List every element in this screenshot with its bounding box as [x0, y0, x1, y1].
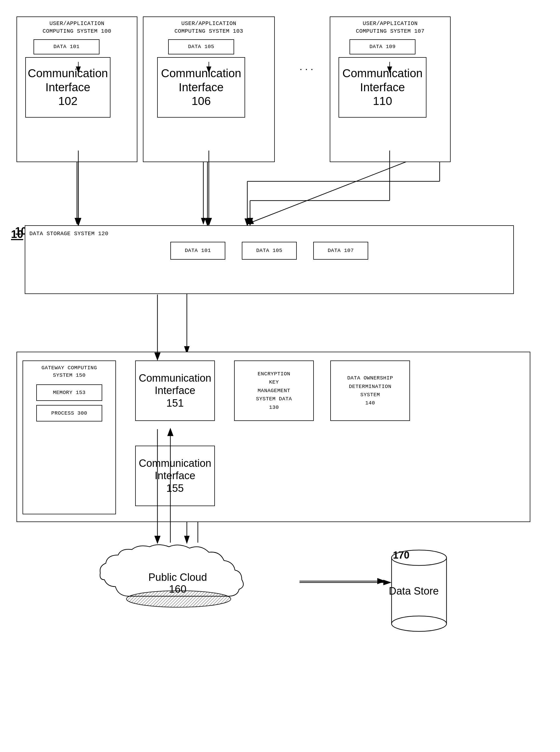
comm-interface-106-box: CommunicationInterface106 — [157, 57, 245, 118]
data-107-storage-box: DATA 107 — [313, 242, 368, 260]
diagram-num-10: 10 — [11, 228, 23, 240]
data-109-label: DATA 109 — [369, 43, 395, 50]
data-store-number: 170 — [393, 549, 409, 561]
comm-interface-155-box: CommunicationInterface155 — [135, 446, 215, 506]
process-300-label: PROCESS 300 — [52, 410, 87, 417]
data-storage-label: DATA STORAGE SYSTEM 120 — [29, 230, 509, 238]
data-107-storage-label: DATA 107 — [327, 247, 354, 255]
comm-interface-151-text: CommunicationInterface151 — [139, 372, 211, 410]
data-ownership-label: DATA OWNERSHIPDETERMINATIONSYSTEM140 — [347, 374, 393, 407]
data-105-label: DATA 105 — [188, 43, 214, 50]
data-store-label: Data Store — [389, 585, 439, 597]
data-storage-system-box: DATA STORAGE SYSTEM 120 DATA 101 DATA 10… — [25, 225, 514, 294]
data-101-box-top: DATA 101 — [34, 39, 99, 55]
svg-point-21 — [392, 616, 446, 631]
memory-153-label: MEMORY 153 — [53, 389, 85, 397]
comm-interface-102-text: CommunicationInterface102 — [28, 66, 108, 108]
data-101-storage-label: DATA 101 — [185, 247, 211, 255]
encryption-key-box: ENCRYPTIONKEYMANAGEMENTSYSTEM DATA130 — [234, 361, 314, 421]
data-ownership-box: DATA OWNERSHIPDETERMINATIONSYSTEM140 — [330, 361, 410, 421]
user-system-107-box: USER/APPLICATIONCOMPUTING SYSTEM 107 DAT… — [330, 17, 451, 162]
comm-interface-110-text: CommunicationInterface110 — [342, 66, 423, 108]
user-system-100-box: USER/APPLICATIONCOMPUTING SYSTEM 100 DAT… — [17, 17, 137, 162]
user-system-103-label: USER/APPLICATIONCOMPUTING SYSTEM 103 — [146, 20, 272, 35]
comm-interface-106-text: CommunicationInterface106 — [161, 66, 241, 108]
user-system-103-box: USER/APPLICATIONCOMPUTING SYSTEM 103 DAT… — [143, 17, 275, 162]
data-105-storage-box: DATA 105 — [242, 242, 297, 260]
data-109-box: DATA 109 — [349, 39, 416, 55]
gateway-system-outer-box: GATEWAY COMPUTINGSYSTEM 150 MEMORY 153 P… — [17, 352, 530, 522]
diagram-container: 10 USER/APPLICATIONCOMPUTING SYSTEM 100 … — [0, 0, 560, 752]
public-cloud-label: Public Cloud160 — [148, 571, 207, 595]
data-105-box-top: DATA 105 — [168, 39, 234, 55]
comm-interface-102-box: CommunicationInterface102 — [25, 57, 111, 118]
data-101-storage-box: DATA 101 — [171, 242, 225, 260]
user-system-100-label: USER/APPLICATIONCOMPUTING SYSTEM 100 — [20, 20, 134, 35]
comm-interface-151-box: CommunicationInterface151 — [135, 361, 215, 421]
encryption-key-label: ENCRYPTIONKEYMANAGEMENTSYSTEM DATA130 — [256, 370, 292, 411]
memory-153-box: MEMORY 153 — [36, 384, 102, 401]
data-101-label: DATA 101 — [53, 43, 79, 50]
gateway-system-150-box: GATEWAY COMPUTINGSYSTEM 150 MEMORY 153 P… — [22, 361, 116, 514]
process-300-box: PROCESS 300 — [36, 405, 102, 422]
data-105-storage-label: DATA 105 — [256, 247, 282, 255]
user-system-107-label: USER/APPLICATIONCOMPUTING SYSTEM 107 — [333, 20, 447, 35]
gateway-system-150-label: GATEWAY COMPUTINGSYSTEM 150 — [26, 364, 112, 379]
comm-interface-155-text: CommunicationInterface155 — [139, 457, 211, 495]
comm-interface-110-box: CommunicationInterface110 — [339, 57, 426, 118]
ellipsis: · · · — [300, 63, 313, 75]
